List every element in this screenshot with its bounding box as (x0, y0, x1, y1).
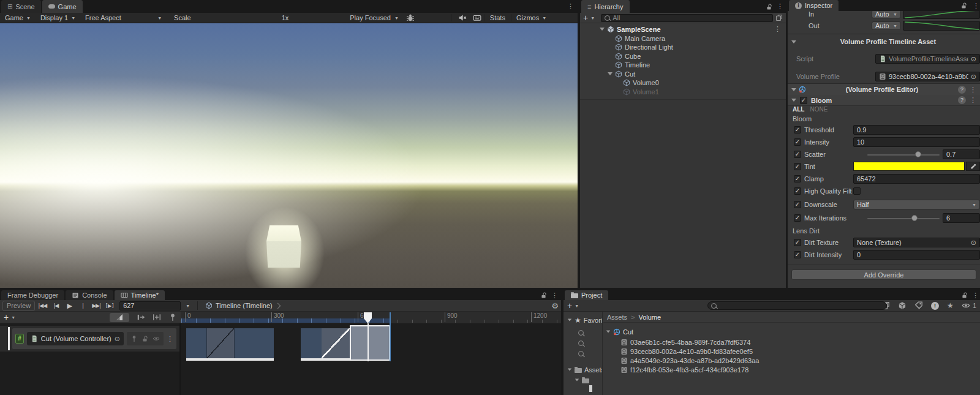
go-to-start-button[interactable]: |◀◀ (36, 301, 48, 310)
favorites-root-row[interactable]: ★ Favorites (567, 315, 603, 325)
timeline-settings-gear-icon[interactable]: ⚙ (551, 301, 559, 310)
tab-frame-debugger[interactable]: Frame Debugger (1, 290, 64, 300)
tree-row-cube[interactable]: Cube (580, 51, 786, 61)
volume-profile-field[interactable]: 93cecb80-002a-4e10-a9b0-fd83afee0ef5 ⊙ (875, 72, 980, 81)
tree-row-volume1[interactable]: Volume1 (580, 87, 786, 96)
tree-row-volume0[interactable]: Volume0 (580, 78, 786, 87)
editor-kebab-icon[interactable]: ⋮ (970, 86, 976, 94)
object-picker-icon[interactable]: ⊙ (971, 73, 976, 81)
debug-bug-icon[interactable] (406, 13, 415, 22)
hqf-value-checkbox[interactable] (853, 187, 861, 195)
keyboard-shortcuts-icon[interactable] (473, 13, 481, 22)
curves-view-toggle[interactable] (110, 313, 129, 322)
packages-filter-icon[interactable] (898, 301, 907, 310)
asset-row-file[interactable]: a4a5049e-923a-43de-a87b-ad2b429d63aa (620, 356, 759, 365)
assets-root-row[interactable]: Assets (567, 365, 603, 374)
foldout-open-icon[interactable] (791, 99, 796, 102)
bloom-enabled-checkbox[interactable]: ✓ (800, 97, 807, 104)
dirt-texture-override-checkbox[interactable]: ✓ (794, 239, 801, 246)
play-range-button[interactable]: [▶] (104, 301, 116, 310)
play-button[interactable]: ▶ (63, 301, 75, 310)
hierarchy-menu-kebab-icon[interactable]: ⋮ (777, 2, 783, 10)
tab-project[interactable]: Project (565, 290, 608, 300)
clamp-field[interactable]: 65472 (853, 174, 980, 184)
frame-units-chevron-icon[interactable]: ▼ (186, 304, 190, 308)
track-mute-eye-icon[interactable] (153, 335, 160, 342)
blend-in-dropdown[interactable]: Auto ▼ (872, 10, 901, 18)
foldout-open-icon[interactable] (568, 369, 571, 371)
lock-open-icon[interactable] (766, 3, 773, 10)
favorites-filter-star-icon[interactable]: ★ (947, 301, 954, 310)
blend-out-dropdown[interactable]: Auto ▼ (872, 21, 901, 30)
label-filter-icon[interactable] (914, 301, 923, 310)
stats-button[interactable]: Stats (487, 14, 508, 21)
help-icon[interactable]: ? (958, 86, 966, 94)
tree-row-directional-light[interactable]: Directional Light (580, 42, 786, 51)
clamp-override-checkbox[interactable]: ✓ (794, 175, 801, 182)
asset-row-file[interactable]: 93cecb80-002a-4e10-a9b0-fd83afee0ef5 (620, 347, 753, 356)
game-viewport[interactable] (0, 23, 578, 288)
lock-open-icon[interactable] (961, 292, 968, 299)
saved-search-row[interactable] (578, 349, 584, 358)
tab-game[interactable]: Game (42, 0, 83, 13)
playhead-line[interactable] (368, 323, 369, 361)
add-object-chevron-icon[interactable]: ▼ (590, 16, 595, 20)
foldout-open-icon[interactable] (791, 88, 796, 91)
play-focused-dropdown[interactable]: Play Focused ▼ (345, 14, 404, 21)
selected-clip[interactable] (350, 325, 390, 361)
foldout-open-icon[interactable] (791, 40, 796, 43)
foldout-open-icon[interactable] (568, 319, 571, 322)
downscale-override-checkbox[interactable]: ✓ (794, 201, 801, 208)
bloom-kebab-icon[interactable]: ⋮ (970, 96, 976, 104)
add-override-button[interactable]: Add Override (791, 269, 976, 280)
scatter-value-field[interactable]: 0.7 (943, 149, 980, 159)
saved-search-row[interactable] (578, 339, 584, 348)
subfolder-row[interactable] (575, 375, 589, 385)
tab-inspector[interactable]: i Inspector (789, 0, 839, 11)
scatter-slider[interactable] (867, 149, 940, 159)
clip-group-2[interactable] (301, 328, 350, 358)
select-all-button[interactable]: ALL (793, 106, 804, 113)
object-picker-icon[interactable]: ⊙ (971, 239, 976, 247)
track-name-field[interactable]: Cut (Volume Controller) ⊙ (27, 332, 124, 345)
help-icon[interactable]: ? (958, 96, 966, 104)
gizmos-dropdown[interactable]: Gizmos ▼ (514, 14, 549, 21)
tab-hierarchy[interactable]: ≡ Hierarchy (581, 0, 630, 13)
script-field[interactable]: VolumeProfileTimelineAsset ⊙ (875, 54, 980, 64)
asset-row-file[interactable]: f12c4fb8-053e-4fb3-a5cf-434cf903e178 (620, 365, 748, 374)
ripple-mode-icon[interactable] (153, 313, 161, 322)
timeline-breadcrumb[interactable]: Timeline (Timeline) (202, 302, 284, 309)
scatter-override-checkbox[interactable]: ✓ (794, 151, 801, 158)
game-view-dropdown[interactable]: Game ▼ (0, 14, 36, 21)
dirt-texture-field[interactable]: None (Texture) ⊙ (853, 238, 980, 247)
next-frame-button[interactable]: | (77, 301, 89, 310)
tree-row-samplescene[interactable]: SampleScene ⋮ (580, 24, 786, 34)
open-search-window-icon[interactable] (775, 14, 783, 21)
foldout-open-icon[interactable] (608, 72, 612, 75)
tint-eyedropper-button[interactable] (966, 162, 980, 171)
mute-audio-icon[interactable] (458, 13, 467, 22)
downscale-dropdown[interactable]: Half ▼ (853, 200, 980, 209)
aspect-dropdown[interactable]: Free Aspect ▼ (80, 14, 167, 21)
max-iterations-value-field[interactable]: 6 (943, 213, 980, 223)
tree-row-main-camera[interactable]: Main Camera (580, 34, 786, 43)
display-dropdown[interactable]: Display 1 ▼ (36, 14, 80, 21)
tab-timeline[interactable]: Timeline* (115, 290, 165, 300)
track-header[interactable]: # Cut (Volume Controller) ⊙ ⋮ (12, 328, 176, 349)
hierarchy-search-input[interactable]: All (601, 14, 773, 22)
asset-row-file[interactable]: 03ae6b1c-cfe5-4baa-989f-7cda7fdf6374 (620, 337, 750, 347)
dirt-intensity-override-checkbox[interactable]: ✓ (794, 251, 801, 258)
object-picker-icon[interactable]: ⊙ (115, 335, 120, 343)
saved-search-row[interactable] (578, 328, 584, 337)
add-track-chevron-icon[interactable]: ▼ (11, 315, 15, 320)
threshold-override-checkbox[interactable]: ✓ (794, 126, 801, 134)
warning-filter-icon[interactable]: ! (931, 302, 939, 310)
track-lock-icon[interactable] (141, 335, 149, 342)
object-picker-icon[interactable]: ⊙ (971, 55, 976, 63)
visibility-icon[interactable] (962, 301, 970, 310)
clip-group-1[interactable] (186, 328, 274, 358)
create-asset-button[interactable]: + (567, 302, 572, 309)
game-menu-kebab-icon[interactable]: ⋮ (567, 2, 574, 10)
blend-out-curve-field[interactable] (903, 21, 980, 31)
breadcrumb-current[interactable]: Volume (638, 314, 661, 321)
